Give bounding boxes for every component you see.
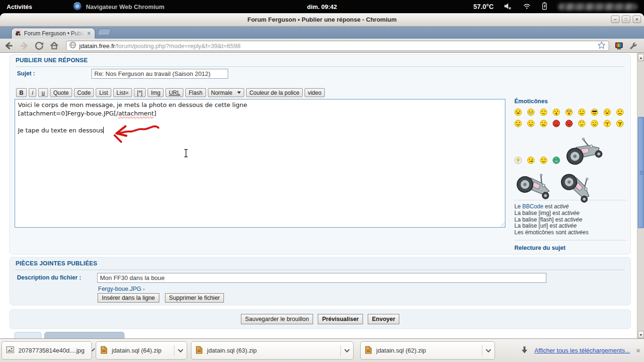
attachments-tab-stub[interactable] [44,332,124,338]
tractor-emoticon[interactable] [556,127,608,172]
minimize-button[interactable]: – [611,16,619,23]
battery-icon[interactable] [541,2,548,11]
scroll-up-button[interactable]: ▲ [638,54,644,61]
bookmark-star-icon[interactable] [597,41,606,51]
smiley-embarrassed-icon[interactable] [527,120,535,127]
smiley-surprised-icon[interactable] [553,108,560,116]
emoticons-title: Émoticônes [514,98,633,105]
smiley-smile-2-icon[interactable] [540,156,547,164]
smiley-wink-icon[interactable] [591,120,598,127]
bbcode-list-item-button[interactable]: [*] [134,88,146,97]
chevron-down-icon[interactable] [486,347,491,352]
smiley-very-happy-icon[interactable] [514,108,522,116]
smiley-laughing-icon[interactable] [603,108,611,116]
scroll-down-button[interactable]: ▼ [638,331,644,338]
download-item[interactable]: jdatain.sql (63).zip [191,341,354,360]
message-textarea[interactable]: Voici le corps de mon message, je mets l… [15,99,505,228]
options-tab-stub[interactable] [14,332,41,338]
bbcode-underline-button[interactable]: u [38,88,48,97]
clock[interactable]: dim. 09:42 [307,3,337,10]
download-item[interactable]: jdatain.sql (64).zip [96,341,187,360]
chevron-down-icon[interactable] [178,347,183,352]
url-path: /forum/posting.php?mode=reply&f=39&t=659… [115,42,240,49]
font-size-select[interactable]: Normale [208,88,244,97]
smiley-question-icon[interactable]: ? [616,120,624,127]
send-button[interactable]: Envoyer [368,314,399,324]
bbcode-list-button[interactable]: List [96,88,111,97]
volume-muted-icon[interactable] [504,2,512,11]
downloads-bar-close-icon[interactable]: × [636,346,640,354]
tractor-emoticon[interactable] [511,165,558,202]
chevron-down-icon[interactable] [92,348,95,351]
window-titlebar[interactable]: Forum Ferguson • Publier une réponse - C… [0,13,644,26]
page-scrollbar[interactable]: ▲ ▼ [637,53,644,338]
browser-tab[interactable]: Forum Ferguson • Publier × [11,28,95,39]
reload-button[interactable] [33,40,45,51]
close-button[interactable]: × [633,16,641,23]
window-controls: –□× [611,16,641,23]
smiley-big-smile-icon[interactable] [527,108,535,116]
home-button[interactable] [48,40,60,51]
chevron-down-icon[interactable] [344,347,349,352]
focused-app-menu[interactable]: Navigateur Web Chromium [73,1,165,12]
smiley-smile-icon[interactable] [578,108,586,116]
system-tray[interactable]: 57.0°C [473,0,644,13]
tab-close-icon[interactable]: × [87,31,91,36]
smiley-sad-icon[interactable] [540,120,547,127]
bbcode-flash-button[interactable]: Flash [185,88,206,97]
maximize-button[interactable]: □ [622,16,630,23]
smiley-neutral-icon[interactable] [540,108,547,116]
smiley-rolleyes-icon[interactable] [578,120,586,127]
delete-file-button[interactable]: Supprimer le fichier [165,293,224,303]
activities-button[interactable]: Activités [7,3,32,10]
divider [514,240,627,240]
save-draft-button[interactable]: Sauvegarder le brouillon [241,314,314,324]
textarea-resize-grip[interactable] [499,221,504,227]
file-description-input[interactable] [97,273,546,283]
smiley-cool-icon[interactable] [591,108,598,116]
wifi-icon[interactable] [523,2,531,11]
smiley-shock-icon[interactable] [565,108,573,116]
address-bar[interactable]: jdatain.free.fr/forum/posting.php?mode=r… [66,41,609,51]
download-item[interactable]: jdatain.sql (62).zip [360,341,495,360]
back-button[interactable] [3,40,15,51]
attached-file-link[interactable]: Fergy-boue.JPG › [98,286,145,292]
video-button[interactable]: video [305,88,325,97]
new-tab-button[interactable] [97,29,112,35]
bbcode-img-button[interactable]: Img [148,88,164,97]
smiley-evil-icon[interactable] [553,120,560,127]
smiley-arrow-icon[interactable]: → [527,156,535,164]
bbcode-italic-button[interactable]: i [29,88,37,97]
bbcode-status-line: La balise [flash] est activée [514,217,633,223]
bbcode-list-ordered-button[interactable]: List= [113,88,132,97]
bbcode-faq-link[interactable]: BBCode [522,203,544,210]
extension-tv-icon[interactable] [614,41,624,51]
download-item[interactable]: 20787735814e40d....jpg [1,341,92,360]
font-color-button[interactable]: Couleur de la police [246,88,303,97]
chevron-down-icon [237,91,241,94]
preview-button[interactable]: Prévisualiser [318,314,363,324]
app-title: Navigateur Web Chromium [86,3,165,10]
smiley-mr-green-icon[interactable] [553,156,560,164]
forward-button[interactable] [18,40,30,51]
show-all-downloads-link[interactable]: Afficher tous les téléchargements... [534,347,630,354]
smiley-exclaim-icon[interactable]: ! [603,120,611,127]
username-redacted[interactable] [558,3,637,10]
svg-text:!: ! [606,122,608,127]
bbcode-bold-button[interactable]: B [16,88,27,97]
smiley-idea-icon[interactable] [514,156,522,164]
download-arrow-icon [521,346,528,355]
smiley-razz-icon[interactable] [514,120,522,127]
bbcode-code-button[interactable]: Code [74,88,94,97]
subject-label: Sujet : [17,70,35,77]
bbcode-quote-button[interactable]: Quote [50,88,72,97]
bbcode-url-button[interactable]: URL [165,88,183,97]
subject-input[interactable] [91,69,228,79]
smiley-twisted-icon[interactable] [565,120,573,127]
wrench-menu-icon[interactable] [629,41,638,52]
insert-inline-button[interactable]: Insérer dans la ligne [98,293,159,303]
smiley-mad-icon[interactable] [616,108,624,116]
topic-review-link[interactable]: Relecture du sujet [514,245,565,251]
scrollbar-thumb[interactable] [638,117,644,228]
url-text[interactable]: jdatain.free.fr/forum/posting.php?mode=r… [79,42,594,49]
